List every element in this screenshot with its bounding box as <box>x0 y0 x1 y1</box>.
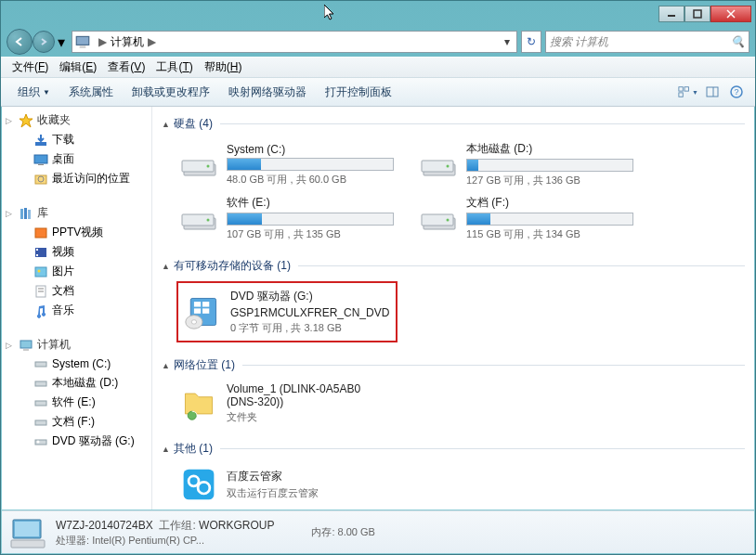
svg-rect-51 <box>194 302 201 306</box>
content-area: ▲硬盘 (4) System (C:)48.0 GB 可用 , 共 60.0 G… <box>152 107 754 510</box>
desktop-icon <box>33 152 48 167</box>
menu-view[interactable]: 查看(V) <box>102 58 150 77</box>
video-icon <box>33 245 48 260</box>
recent-icon <box>33 172 48 187</box>
menu-help[interactable]: 帮助(H) <box>199 58 248 77</box>
help-button[interactable]: ? <box>725 82 748 102</box>
menubar: 文件(F) 编辑(E) 查看(V) 工具(T) 帮助(H) <box>1 57 755 77</box>
svg-rect-9 <box>707 87 718 97</box>
svg-point-46 <box>207 219 210 222</box>
svg-rect-52 <box>202 302 209 306</box>
baidu-cloud[interactable]: 百度云管家双击运行百度云管家 <box>176 464 407 505</box>
sidebar-item-documents[interactable]: 文档 <box>2 281 151 301</box>
refresh-button[interactable]: ↻ <box>521 31 541 53</box>
breadcrumb-item[interactable]: 计算机 <box>111 34 144 50</box>
drive-c[interactable]: System (C:)48.0 GB 可用 , 共 60.0 GB <box>176 139 407 189</box>
svg-rect-30 <box>20 341 32 348</box>
section-removable[interactable]: ▲有可移动存储的设备 (1) <box>162 256 745 276</box>
drive-d[interactable]: 本地磁盘 (D:)127 GB 可用 , 共 136 GB <box>416 139 646 189</box>
svg-rect-63 <box>11 540 45 548</box>
svg-rect-6 <box>679 87 683 91</box>
sidebar-item-pptv[interactable]: PPTV视频 <box>2 223 151 242</box>
svg-rect-34 <box>35 401 46 406</box>
svg-rect-62 <box>15 522 39 536</box>
sidebar-item-drive-d[interactable]: 本地磁盘 (D:) <box>2 373 151 393</box>
sidebar-item-downloads[interactable]: 下载 <box>2 130 151 149</box>
sidebar-item-drive-e[interactable]: 软件 (E:) <box>2 393 151 412</box>
hdd-icon <box>178 146 219 183</box>
svg-rect-7 <box>684 87 688 91</box>
network-folder[interactable]: Volume_1 (DLINK-0A5AB0 (DNS-320))文件夹 <box>176 381 407 426</box>
sidebar-item-pictures[interactable]: 图片 <box>2 262 151 281</box>
menu-edit[interactable]: 编辑(E) <box>54 58 102 77</box>
svg-rect-31 <box>23 349 29 351</box>
search-input[interactable]: 搜索 计算机 🔍 <box>545 31 749 53</box>
drive-icon <box>33 415 48 430</box>
organize-button[interactable]: 组织 ▼ <box>8 81 59 104</box>
breadcrumb-dropdown[interactable]: ▾ <box>500 35 515 48</box>
sidebar-item-drive-f[interactable]: 文档 (F:) <box>2 412 151 432</box>
preview-pane-button[interactable] <box>701 82 723 102</box>
video-icon <box>33 226 48 240</box>
baidu-cloud-icon <box>178 466 219 503</box>
svg-rect-32 <box>35 362 46 367</box>
toolbar-control-panel[interactable]: 打开控制面板 <box>316 81 401 104</box>
sidebar-item-videos[interactable]: 视频 <box>2 242 151 262</box>
toolbar: 组织 ▼ 系统属性 卸载或更改程序 映射网络驱动器 打开控制面板 ▼ ? <box>1 77 755 107</box>
breadcrumb-bar[interactable]: ▶ 计算机 ▶ ▾ <box>72 31 517 53</box>
view-options-button[interactable]: ▼ <box>677 82 699 102</box>
hdd-icon <box>418 200 459 237</box>
close-button[interactable] <box>710 6 751 22</box>
drive-icon <box>33 356 48 371</box>
toolbar-system-properties[interactable]: 系统属性 <box>59 81 123 104</box>
svg-point-43 <box>447 165 450 168</box>
sidebar-item-desktop[interactable]: 桌面 <box>2 149 151 169</box>
sidebar-libraries[interactable]: ▷库 <box>2 203 151 223</box>
svg-rect-35 <box>35 420 46 425</box>
forward-button[interactable] <box>33 31 55 53</box>
hdd-icon <box>178 200 219 237</box>
explorer-window: ▾ ▶ 计算机 ▶ ▾ ↻ 搜索 计算机 🔍 文件(F) 编辑(E) 查看(V)… <box>0 0 756 555</box>
toolbar-map-drive[interactable]: 映射网络驱动器 <box>219 81 316 104</box>
sidebar-item-drive-c[interactable]: System (C:) <box>2 355 151 373</box>
sidebar-item-drive-g[interactable]: DVD 驱动器 (G:) <box>2 432 151 451</box>
svg-point-49 <box>447 219 450 222</box>
svg-rect-23 <box>36 249 38 251</box>
svg-point-26 <box>38 269 41 272</box>
svg-rect-25 <box>35 267 46 277</box>
minimize-button[interactable] <box>658 6 684 22</box>
svg-point-37 <box>37 440 40 443</box>
maximize-button[interactable] <box>684 6 710 22</box>
toolbar-uninstall[interactable]: 卸载或更改程序 <box>123 81 219 104</box>
svg-rect-13 <box>35 142 46 146</box>
computer-icon <box>9 514 46 551</box>
drive-e[interactable]: 软件 (E:)107 GB 可用 , 共 135 GB <box>176 193 407 243</box>
sidebar-favorites[interactable]: ▷收藏夹 <box>2 110 151 130</box>
libraries-icon <box>19 206 33 221</box>
menu-file[interactable]: 文件(F) <box>7 58 54 77</box>
back-button[interactable] <box>7 29 33 55</box>
svg-rect-24 <box>36 254 38 256</box>
drive-icon <box>33 376 48 391</box>
svg-rect-20 <box>28 210 31 219</box>
svg-rect-5 <box>80 46 86 48</box>
sidebar-computer[interactable]: ▷计算机 <box>2 335 151 355</box>
svg-rect-1 <box>694 10 701 18</box>
documents-icon <box>33 284 48 299</box>
svg-rect-18 <box>20 209 23 219</box>
section-network[interactable]: ▲网络位置 (1) <box>162 355 745 375</box>
menu-tools[interactable]: 工具(T) <box>150 58 198 77</box>
drive-dvd[interactable]: DVD 驱动器 (G:)GSP1RMCULXFRER_CN_DVD0 字节 可用… <box>176 281 398 342</box>
music-icon <box>33 303 48 318</box>
details-pane: W7ZJ-20140724BX 工作组: WORKGROUP 处理器: Inte… <box>2 510 754 553</box>
svg-point-56 <box>191 320 196 325</box>
sidebar-item-recent[interactable]: 最近访问的位置 <box>2 169 151 188</box>
breadcrumb-arrow[interactable]: ▶ <box>144 35 160 48</box>
section-other[interactable]: ▲其他 (1) <box>162 439 745 458</box>
section-hdd[interactable]: ▲硬盘 (4) <box>162 114 745 134</box>
sidebar-item-music[interactable]: 音乐 <box>2 301 151 320</box>
drive-f[interactable]: 文档 (F:)115 GB 可用 , 共 134 GB <box>416 193 646 243</box>
titlebar <box>1 1 755 27</box>
breadcrumb-arrow[interactable]: ▶ <box>95 35 111 48</box>
nav-history-dropdown[interactable]: ▾ <box>55 32 68 51</box>
